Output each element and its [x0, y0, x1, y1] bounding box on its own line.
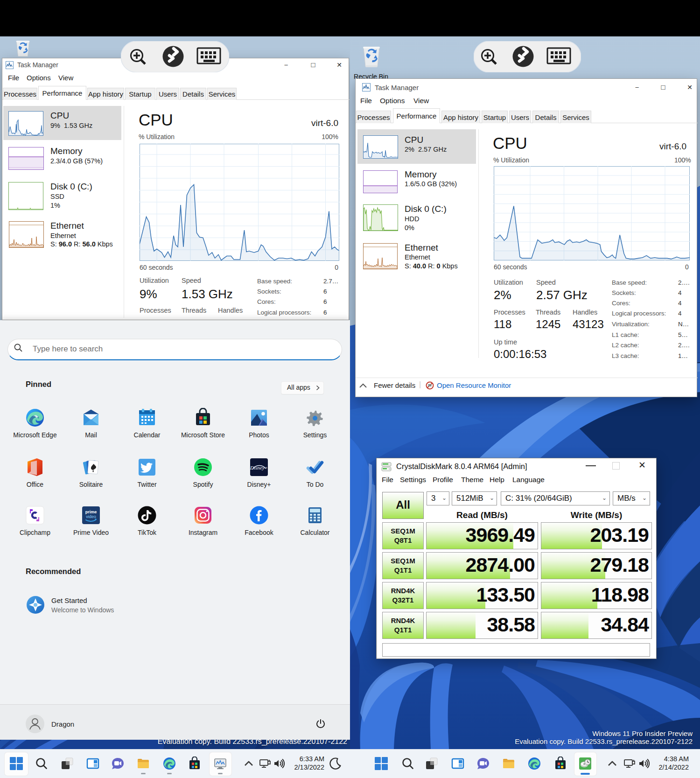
svg-text:Disney+: Disney+ — [250, 465, 268, 470]
svg-text:video: video — [86, 514, 96, 519]
svg-text:prime: prime — [85, 510, 97, 514]
